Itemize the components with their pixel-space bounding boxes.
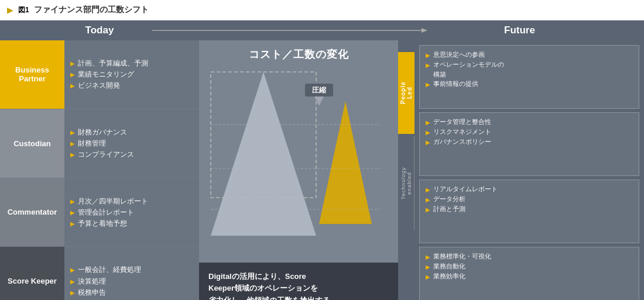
page-title: ファイナンス部門の工数シフト	[34, 5, 149, 15]
center-panel: コスト／工数の変化 圧縮	[199, 40, 398, 300]
bullet-arrow-icon: ▶	[70, 151, 75, 159]
list-item: ▶ コンプライアンス	[70, 150, 193, 159]
list-item: ▶ 税務申告	[70, 288, 193, 297]
cost-title: コスト／工数の変化	[249, 40, 349, 64]
list-item: ▶ ガバナンスポリシー	[426, 137, 633, 147]
list-item: ▶ 月次／四半期レポート	[70, 196, 193, 206]
list-item: ▶ 管理会計レポート	[70, 208, 193, 217]
role-row-custodian: Custodian ▶ 財務ガバナンス ▶ 財務管理 ▶ コンプライアンス	[0, 109, 199, 178]
role-row-commentator: Commentator ▶ 月次／四半期レポート ▶ 管理会計レポート ▶ 予算…	[0, 178, 199, 247]
timeline-arrow	[152, 25, 433, 36]
right-panel: People Led Technology enabled ▶ 意思決定への参画…	[398, 40, 644, 300]
bullet-arrow-icon: ▶	[426, 51, 430, 60]
list-item: ▶ データ管理と整合性	[426, 117, 633, 127]
list-item: ▶ オペレーションモデルの 構築	[426, 60, 633, 79]
svg-marker-4	[319, 101, 372, 224]
list-item: ▶ 財務管理	[70, 139, 193, 148]
bottom-text-box: Digitalの活用により、Score Keeper領域のオペレーションを 省力…	[199, 263, 398, 300]
bullet-arrow-icon: ▶	[426, 80, 430, 89]
bullet-arrow-icon: ▶	[70, 140, 75, 148]
future-group-4: ▶ 業務標準化・可視化 ▶ 業務自動化 ▶ 業務効率化	[419, 247, 639, 300]
future-group-1: ▶ 意思決定への参画 ▶ オペレーションモデルの 構築 ▶ 事前情報の提供	[419, 45, 639, 109]
list-item: ▶ データ分析	[426, 194, 633, 204]
bottom-text: Digitalの活用により、Score Keeper領域のオペレーションを 省力…	[208, 272, 330, 300]
future-group-3: ▶ リアルタイムレポート ▶ データ分析 ▶ 計画と予測	[419, 180, 639, 243]
svg-text:圧縮: 圧縮	[311, 86, 326, 94]
tech-enabled-label: Technology enabled	[399, 136, 415, 230]
diagram-svg: 圧縮	[205, 66, 392, 247]
list-item: ▶ 計画、予算編成、予測	[70, 58, 193, 68]
side-labels: People Led Technology enabled	[398, 40, 415, 300]
bullet-arrow-icon: ▶	[70, 266, 75, 274]
bullet-arrow-icon: ▶	[70, 209, 75, 217]
bullet-arrow-icon: ▶	[70, 71, 75, 79]
future-group-2: ▶ データ管理と整合性 ▶ リスクマネジメント ▶ ガバナンスポリシー	[419, 112, 639, 176]
role-row-business-partner: Business Partner ▶ 計画、予算編成、予測 ▶ 業績モニタリング…	[0, 40, 199, 109]
role-row-score-keeper: Score Keeper ▶ 一般会計、経費処理 ▶ 決算処理 ▶ 税務申告	[0, 247, 199, 300]
list-item: ▶ 決算処理	[70, 277, 193, 286]
future-items-area: ▶ 意思決定への参画 ▶ オペレーションモデルの 構築 ▶ 事前情報の提供	[415, 40, 644, 300]
bullet-arrow-icon: ▶	[426, 205, 430, 214]
role-name-score-keeper: Score Keeper	[0, 247, 64, 300]
role-name-business-partner: Business Partner	[0, 40, 64, 109]
role-name-custodian: Custodian	[0, 109, 64, 178]
bullet-arrow-icon: ▶	[426, 273, 430, 281]
bullet-arrow-icon: ▶	[426, 263, 430, 271]
bullet-arrow-icon: ▶	[70, 289, 75, 297]
bullet-arrow-icon: ▶	[70, 220, 75, 228]
list-item: ▶ リスクマネジメント	[426, 127, 633, 137]
bullet-arrow-icon: ▶	[426, 253, 430, 261]
bullet-arrow-icon: ▶	[426, 138, 430, 147]
bullet-arrow-icon: ▶	[70, 82, 75, 90]
list-item: ▶ 業務自動化	[426, 261, 633, 271]
header-arrow-icon: ▶	[7, 5, 13, 15]
future-label: Future	[413, 25, 644, 36]
list-item: ▶ 意思決定への参画	[426, 50, 633, 60]
role-items-custodian: ▶ 財務ガバナンス ▶ 財務管理 ▶ コンプライアンス	[64, 109, 199, 178]
right-panel-inner: People Led Technology enabled ▶ 意思決定への参画…	[398, 40, 644, 300]
list-item: ▶ リアルタイムレポート	[426, 184, 633, 194]
list-item: ▶ 業績モニタリング	[70, 70, 193, 79]
people-led-label: People Led	[398, 52, 415, 134]
list-item: ▶ 計画と予測	[426, 204, 633, 214]
bullet-arrow-icon: ▶	[426, 118, 430, 127]
list-item: ▶ 予算と着地予想	[70, 219, 193, 228]
bullet-arrow-icon: ▶	[70, 278, 75, 286]
bullet-arrow-icon: ▶	[70, 198, 75, 206]
list-item: ▶ 業務標準化・可視化	[426, 251, 633, 261]
list-item: ▶ ビジネス開発	[70, 81, 193, 90]
list-item: ▶ 一般会計、経費処理	[70, 265, 193, 274]
list-item: ▶ 業務効率化	[426, 271, 633, 281]
role-items-commentator: ▶ 月次／四半期レポート ▶ 管理会計レポート ▶ 予算と着地予想	[64, 178, 199, 247]
list-item: ▶ 財務ガバナンス	[70, 127, 193, 137]
role-items-score-keeper: ▶ 一般会計、経費処理 ▶ 決算処理 ▶ 税務申告	[64, 247, 199, 300]
bullet-arrow-icon: ▶	[426, 185, 430, 194]
svg-marker-2	[211, 72, 316, 236]
figure-label: 図1	[18, 5, 29, 15]
main-content: Business Partner ▶ 計画、予算編成、予測 ▶ 業績モニタリング…	[0, 40, 644, 300]
bullet-arrow-icon: ▶	[70, 60, 75, 68]
bullet-arrow-icon: ▶	[426, 128, 430, 137]
header: ▶ 図1 ファイナンス部門の工数シフト	[0, 0, 644, 20]
top-labels-row: Today Future	[0, 20, 644, 40]
left-panel: Business Partner ▶ 計画、予算編成、予測 ▶ 業績モニタリング…	[0, 40, 199, 300]
page-container: ▶ 図1 ファイナンス部門の工数シフト Today Future Busines…	[0, 0, 644, 300]
role-name-commentator: Commentator	[0, 178, 64, 247]
bullet-arrow-icon: ▶	[70, 129, 75, 137]
svg-marker-1	[422, 28, 427, 33]
bullet-arrow-icon: ▶	[426, 61, 430, 70]
bullet-arrow-icon: ▶	[426, 195, 430, 204]
list-item: ▶ 事前情報の提供	[426, 79, 633, 89]
role-items-business-partner: ▶ 計画、予算編成、予測 ▶ 業績モニタリング ▶ ビジネス開発	[64, 40, 199, 109]
